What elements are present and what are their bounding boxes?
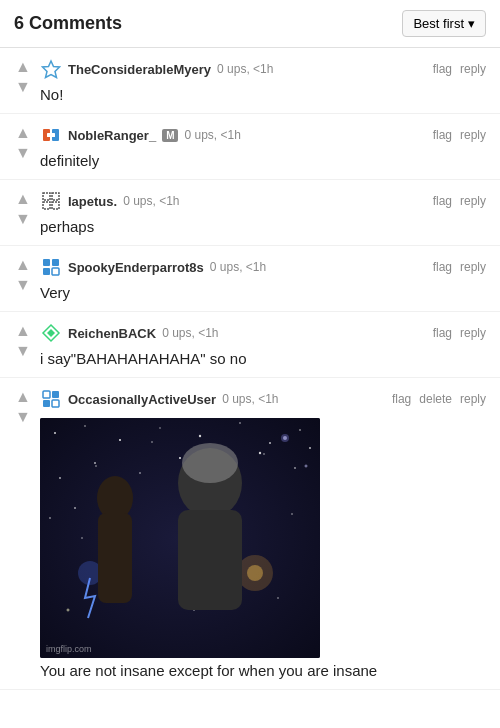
svg-point-17 [84,425,86,427]
vote-column: ▲ ▼ [14,256,32,303]
comment-text: You are not insane except for when you a… [40,660,486,681]
comments-count: 6 Comments [14,13,122,34]
downvote-button[interactable]: ▼ [14,210,32,228]
mod-badge: M [162,129,178,142]
comment-text: definitely [40,150,486,171]
username: SpookyEnderparrot8s [68,260,204,275]
flag-link[interactable]: flag [433,326,452,340]
delete-link[interactable]: delete [419,392,452,406]
downvote-button[interactable]: ▼ [14,78,32,96]
svg-rect-40 [98,513,132,603]
svg-point-43 [182,443,238,483]
meta-info: 0 ups, <1h [123,194,179,208]
svg-point-29 [259,452,261,454]
reply-link[interactable]: reply [460,194,486,208]
svg-point-26 [139,472,141,474]
comment-meta: OccasionallyActiveUser 0 ups, <1h flag d… [40,388,486,410]
svg-rect-14 [43,400,50,407]
comment-text: Very [40,282,486,303]
svg-rect-13 [52,391,59,398]
svg-point-31 [309,447,311,449]
svg-point-22 [269,442,271,444]
sort-arrow-icon: ▾ [468,16,475,31]
svg-rect-12 [43,391,50,398]
comment-meta: TheConsiderableMyery 0 ups, <1h flag rep… [40,58,486,80]
svg-rect-7 [52,202,59,209]
comment-content: TheConsiderableMyery 0 ups, <1h flag rep… [40,58,486,105]
vote-column: ▲ ▼ [14,322,32,369]
svg-rect-3 [47,133,55,137]
space-background: imgflip.com [40,418,320,658]
svg-point-16 [54,432,56,434]
comment-row: ▲ ▼ ReichenBACK 0 ups, <1h flag reply i … [0,312,500,378]
comment-row: ▲ ▼ SpookyEnderparrot8s 0 ups, <1h flag … [0,246,500,312]
comment-actions: flag reply [433,194,486,208]
comment-content: NobleRanger_ M 0 ups, <1h flag reply def… [40,124,486,171]
meta-info: 0 ups, <1h [210,260,266,274]
upvote-button[interactable]: ▲ [14,190,32,208]
svg-rect-5 [52,193,59,200]
downvote-button[interactable]: ▼ [14,144,32,162]
comment-actions: flag delete reply [392,392,486,406]
svg-rect-6 [43,202,50,209]
downvote-button[interactable]: ▼ [14,408,32,426]
sort-button[interactable]: Best first ▾ [402,10,486,37]
downvote-button[interactable]: ▼ [14,342,32,360]
flag-link[interactable]: flag [392,392,411,406]
stars-svg [40,418,320,658]
svg-rect-15 [52,400,59,407]
meta-info: 0 ups, <1h [217,62,273,76]
upvote-button[interactable]: ▲ [14,388,32,406]
comment-row: ▲ ▼ OccasionallyActiveUser 0 ups, <1h fl… [0,378,500,690]
reply-link[interactable]: reply [460,260,486,274]
svg-marker-0 [43,61,60,78]
upvote-button[interactable]: ▲ [14,322,32,340]
comment-actions: flag reply [433,260,486,274]
username: TheConsiderableMyery [68,62,211,77]
svg-point-38 [247,565,263,581]
comment-content: SpookyEnderparrot8s 0 ups, <1h flag repl… [40,256,486,303]
svg-rect-10 [43,268,50,275]
svg-rect-42 [178,510,242,610]
flag-link[interactable]: flag [433,128,452,142]
reply-link[interactable]: reply [460,392,486,406]
meta-info: 0 ups, <1h [184,128,240,142]
upvote-button[interactable]: ▲ [14,58,32,76]
comment-text: i say"BAHAHAHAHAHA" so no [40,348,486,369]
comment-actions: flag reply [433,128,486,142]
flag-link[interactable]: flag [433,260,452,274]
reply-link[interactable]: reply [460,326,486,340]
avatar [40,388,62,410]
flag-link[interactable]: flag [433,62,452,76]
avatar [40,322,62,344]
upvote-button[interactable]: ▲ [14,124,32,142]
avatar [40,124,62,146]
reply-link[interactable]: reply [460,128,486,142]
svg-point-27 [179,457,181,459]
svg-point-23 [299,429,301,431]
comment-row: ▲ ▼ TheConsiderableMyery 0 ups, <1h flag… [0,48,500,114]
upvote-button[interactable]: ▲ [14,256,32,274]
svg-rect-11 [52,268,59,275]
vote-column: ▲ ▼ [14,190,32,237]
vote-column: ▲ ▼ [14,58,32,105]
reply-link[interactable]: reply [460,62,486,76]
watermark: imgflip.com [46,644,92,654]
downvote-button[interactable]: ▼ [14,276,32,294]
comment-actions: flag reply [433,326,486,340]
svg-point-21 [239,422,240,423]
flag-link[interactable]: flag [433,194,452,208]
vote-column: ▲ ▼ [14,388,32,681]
svg-point-30 [294,467,296,469]
username: Iapetus. [68,194,117,209]
comment-row: ▲ ▼ Iapetus. 0 ups, <1h flag reply perha… [0,180,500,246]
comment-meta: ReichenBACK 0 ups, <1h flag reply [40,322,486,344]
comment-text: No! [40,84,486,105]
meta-info: 0 ups, <1h [222,392,278,406]
comment-image: imgflip.com [40,418,320,658]
comment-meta: SpookyEnderparrot8s 0 ups, <1h flag repl… [40,256,486,278]
comments-header: 6 Comments Best first ▾ [0,0,500,48]
svg-point-35 [283,436,287,440]
comment-content: ReichenBACK 0 ups, <1h flag reply i say"… [40,322,486,369]
sort-label: Best first [413,16,464,31]
